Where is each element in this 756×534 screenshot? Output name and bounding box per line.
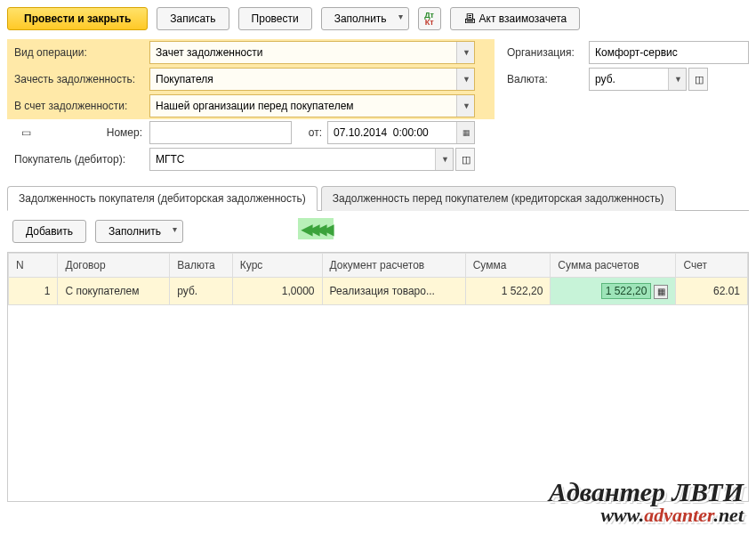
submit-button[interactable]: Провести [238, 7, 312, 30]
col-n[interactable]: N [9, 254, 58, 278]
against-label: В счет задолженности: [7, 94, 149, 117]
calculator-icon[interactable]: ▦ [654, 285, 668, 299]
offset-label: Зачесть задолженность: [7, 68, 149, 91]
cell-sum: 1 522,20 [465, 278, 551, 305]
col-currency[interactable]: Валюта [170, 254, 233, 278]
col-contract[interactable]: Договор [58, 254, 170, 278]
number-input[interactable] [150, 122, 291, 143]
cell-rate: 1,0000 [232, 278, 322, 305]
tab-debit[interactable]: Задолженность покупателя (дебиторская за… [7, 186, 318, 211]
add-row-button[interactable]: Добавить [12, 220, 86, 243]
operation-select[interactable] [150, 42, 456, 63]
col-rate[interactable]: Курс [232, 254, 322, 278]
org-select[interactable] [590, 42, 748, 63]
fill-button[interactable]: Заполнить [321, 7, 409, 30]
save-button[interactable]: Записать [157, 7, 229, 30]
buyer-select[interactable] [150, 149, 435, 170]
calendar-icon[interactable]: ▦ [456, 122, 474, 143]
cell-n: 1 [9, 278, 58, 305]
note-icon: ▭ [14, 126, 37, 139]
org-label: Организация: [500, 41, 589, 64]
currency-open-icon[interactable]: ◫ [688, 68, 708, 91]
table-row[interactable]: 1 С покупателем руб. 1,0000 Реализация т… [9, 278, 748, 305]
cell-currency: руб. [170, 278, 233, 305]
against-dropdown-icon[interactable]: ▼ [456, 95, 474, 117]
operation-label: Вид операции: [7, 41, 149, 64]
watermark-url: www.advanter.net [549, 506, 744, 525]
cell-contract: С покупателем [58, 278, 170, 305]
tab-bar: Задолженность покупателя (дебиторская за… [7, 185, 749, 211]
fill-table-button[interactable]: Заполнить [95, 220, 183, 243]
buyer-label: Покупатель (дебитор): [7, 148, 149, 171]
col-account[interactable]: Счет [676, 254, 748, 278]
from-label: от: [292, 126, 327, 139]
main-toolbar: Провести и закрыть Записать Провести Зап… [7, 7, 749, 30]
against-select[interactable] [150, 95, 456, 117]
act-label: Акт взаимозачета [479, 12, 567, 25]
printer-icon: 🖶 [463, 12, 476, 26]
col-sum[interactable]: Сумма [465, 254, 551, 278]
currency-dropdown-icon[interactable]: ▼ [668, 69, 686, 90]
submit-and-close-button[interactable]: Провести и закрыть [7, 7, 148, 30]
dt-kt-icon[interactable]: ДтКт [418, 7, 441, 30]
number-label: Номер: [43, 126, 142, 139]
cell-doc: Реализация товаро... [322, 278, 465, 305]
offset-dropdown-icon[interactable]: ▼ [456, 69, 474, 90]
offset-select[interactable] [150, 69, 456, 90]
date-input[interactable] [328, 122, 456, 143]
cell-account: 62.01 [676, 278, 748, 305]
watermark: Адвантер ЛВТИ www.advanter.net [549, 479, 744, 525]
buyer-dropdown-icon[interactable]: ▼ [435, 149, 453, 170]
col-doc[interactable]: Документ расчетов [322, 254, 465, 278]
currency-select[interactable] [590, 69, 668, 90]
col-calc-sum[interactable]: Сумма расчетов [551, 254, 676, 278]
watermark-title: Адвантер ЛВТИ [549, 479, 744, 506]
green-arrows-highlight: ◀◀◀◀ [298, 218, 334, 239]
calc-sum-value: 1 522,20 [601, 283, 652, 299]
currency-label: Валюта: [500, 68, 589, 91]
debt-table: N Договор Валюта Курс Документ расчетов … [7, 252, 749, 502]
buyer-open-icon[interactable]: ◫ [455, 148, 475, 171]
cell-calc-sum[interactable]: 1 522,20▦ [551, 278, 676, 305]
operation-dropdown-icon[interactable]: ▼ [456, 42, 474, 63]
tab-credit[interactable]: Задолженность перед покупателем (кредито… [321, 186, 676, 211]
act-button[interactable]: 🖶 Акт взаимозачета [450, 7, 581, 30]
table-toolbar: Добавить Заполнить [7, 211, 749, 252]
